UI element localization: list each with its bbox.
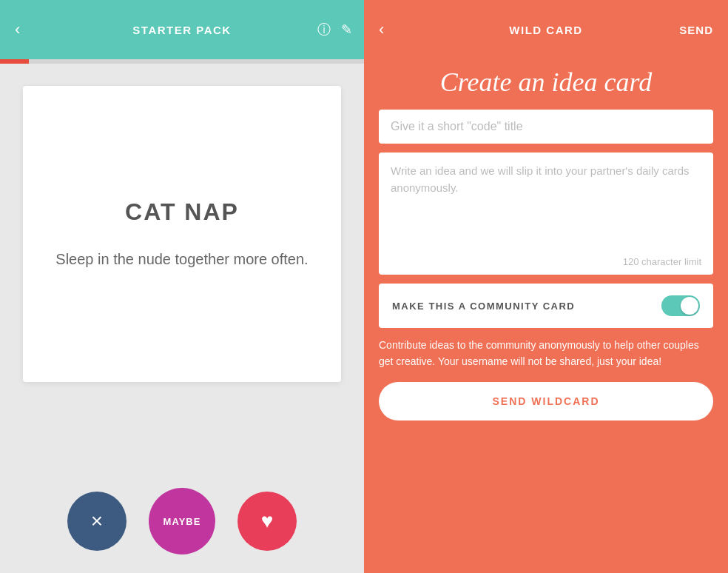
right-content: Create an idea card 120 character limit … [364, 59, 728, 573]
toggle-knob [681, 297, 698, 315]
right-header-title: WILD CARD [509, 24, 582, 36]
left-header-icons: ⓘ ✎ [317, 21, 352, 38]
left-header-title: STARTER PACK [132, 24, 231, 36]
edit-icon[interactable]: ✎ [341, 21, 352, 38]
card-title: CAT NAP [125, 198, 239, 226]
community-card-label: MAKE THIS A COMMUNITY CARD [392, 301, 575, 312]
char-limit-label: 120 character limit [391, 256, 701, 267]
send-button-header[interactable]: SEND [679, 24, 713, 36]
idea-textarea[interactable] [391, 163, 701, 252]
community-card-toggle[interactable] [661, 295, 700, 316]
title-input[interactable] [379, 110, 713, 144]
heart-button[interactable]: ♥ [237, 492, 297, 551]
idea-textarea-wrapper: 120 character limit [379, 153, 713, 275]
left-actions: × MAYBE ♥ [0, 469, 364, 573]
maybe-label: MAYBE [164, 516, 201, 527]
community-card-row: MAKE THIS A COMMUNITY CARD [379, 284, 713, 328]
send-wildcard-button[interactable]: SEND WILDCARD [379, 382, 713, 420]
left-panel: ‹ STARTER PACK ⓘ ✎ CAT NAP Sleep in the … [0, 0, 364, 573]
community-description: Contribute ideas to the community anonym… [379, 337, 713, 370]
right-header: ‹ WILD CARD SEND [364, 0, 728, 59]
info-icon[interactable]: ⓘ [317, 21, 331, 38]
x-icon: × [91, 509, 103, 533]
left-main: CAT NAP Sleep in the nude together more … [0, 64, 364, 469]
card-area: CAT NAP Sleep in the nude together more … [23, 86, 341, 382]
page-title: Create an idea card [379, 67, 713, 98]
right-back-button[interactable]: ‹ [379, 20, 384, 39]
right-panel: ‹ WILD CARD SEND Create an idea card 120… [364, 0, 728, 573]
left-header: ‹ STARTER PACK ⓘ ✎ [0, 0, 364, 59]
maybe-button[interactable]: MAYBE [149, 488, 215, 554]
dismiss-button[interactable]: × [67, 492, 127, 551]
heart-icon: ♥ [261, 509, 274, 533]
card-body: Sleep in the nude together more often. [55, 248, 308, 270]
left-back-button[interactable]: ‹ [15, 20, 20, 39]
